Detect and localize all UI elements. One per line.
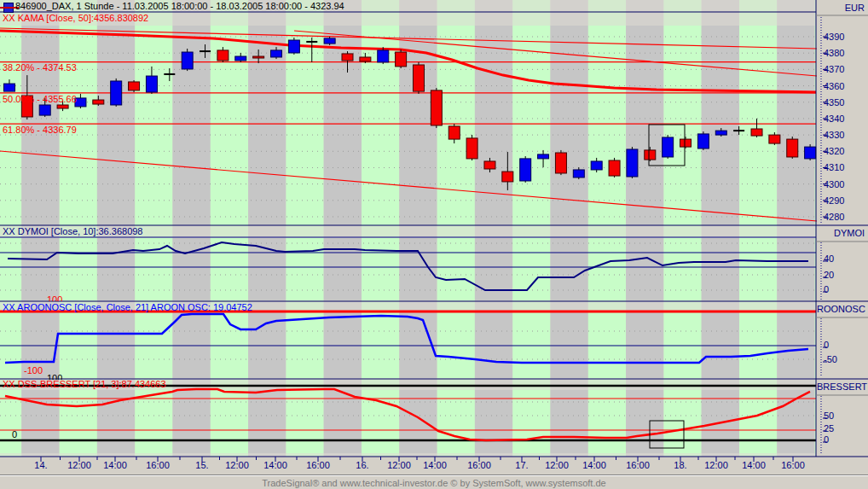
bear-candle [129,82,140,90]
bressert-zero-level-label: 0 [12,429,17,440]
bear-candle [57,105,68,108]
bull-candle [697,134,709,148]
time-tick-label: 12:00 [218,460,256,470]
bull-candle [75,98,86,107]
bull-candle [111,81,122,105]
price-axis-name[interactable]: EUR [817,3,865,13]
bear-candle [484,161,495,169]
time-tick-label: 16. [344,460,381,470]
bear-candle [396,52,407,67]
axis-tick-label: 4360 [824,81,858,92]
bull-candle [627,149,638,177]
panel-header-row [0,453,816,457]
bear-candle [555,153,566,173]
bear-candle [769,135,780,143]
axis-tick-label: 0 [824,284,858,295]
time-tick-label: 14:00 [96,460,134,470]
dymoi-indicator-label[interactable]: XX DYMOI [Close, 10]:36.368098 [3,226,142,236]
axis-tick-label: 50 [824,410,858,422]
axis-tick-label: 4310 [824,162,858,173]
bear-candle [787,139,798,157]
bull-candle [271,50,282,57]
axis-tick-label: 4370 [824,64,858,75]
time-tick-label: 16:00 [460,460,498,470]
axis-tick-label: 4390 [824,32,858,43]
footer-credit-text: TradeSignal® and www.technical-investor.… [0,478,868,488]
axis-tick-label: 0 [824,340,858,351]
time-tick-label: 17. [503,460,541,470]
bull-candle [538,154,549,159]
axis-tick-label: 0 [824,434,858,445]
bressert-indicator-label[interactable]: XX DSS-BRESSERT [21, 3]:87.434663 [3,379,166,389]
bull-candle [235,56,246,61]
bull-candle [715,131,726,135]
chart-canvas[interactable] [0,0,868,489]
chart-title: 846900_DAX, 1 Stunde - 11.03.2005 18:00:… [15,1,344,11]
aroon-upper-level-label: 100 [47,294,62,301]
bear-candle [609,160,620,176]
time-tick-label: 18. [662,460,699,470]
axis-tick-label: 4290 [824,195,858,207]
bull-candle [520,159,531,181]
bull-candle [288,40,299,53]
time-tick-label: 16:00 [139,460,176,470]
tradesignal-chart-window: 846900_DAX, 1 Stunde - 11.03.2005 18:00:… [0,0,868,489]
time-tick-label: 12:00 [61,460,98,470]
bull-candle [591,161,602,170]
aroon-lower-level-label: -100 [24,365,43,375]
bull-candle [663,137,674,157]
axis-tick-label: -50 [824,354,858,365]
bull-candle [378,50,389,62]
time-tick-label: 15. [183,460,221,470]
aroon-indicator-label[interactable]: XX AROONOSC [Close, Close, 21] AROON OSC… [3,302,252,312]
bear-candle [645,150,656,160]
instrument-icon [3,3,14,13]
axis-tick-label: 20 [824,270,858,281]
bear-candle [502,172,513,182]
fib-level-50-label: 50.00% - 4355.66 [3,94,77,104]
fib-level-38-label: 38.20% - 4374.53 [3,62,77,73]
axis-tick-label: 4340 [824,114,858,125]
bull-candle [182,52,193,69]
aroon-axis-name[interactable]: ROONOSC [817,304,865,314]
time-tick-label: 16:00 [299,460,337,470]
time-tick-label: 14:00 [416,460,454,470]
dymoi-axis-name[interactable]: DYMOI [817,228,865,238]
bressert-axis-name[interactable]: BRESSERT [817,381,865,392]
bull-candle [573,170,584,178]
bear-candle [751,129,762,136]
time-tick-label: 12:00 [538,460,576,470]
bear-candle [448,126,460,139]
bull-candle [805,147,816,159]
time-tick-label: 14:00 [576,460,613,470]
bear-candle [360,57,371,61]
axis-tick-label: 4350 [824,97,858,108]
axis-tick-label: 40 [824,253,858,265]
time-tick-label: 16:00 [774,460,812,470]
footer-bar: TradeSignal® and www.technical-investor.… [0,474,868,489]
time-tick-label: 14:00 [735,460,773,470]
time-tick-label: 16:00 [619,460,657,470]
axis-tick-label: 4330 [824,130,858,141]
bear-candle [466,138,477,159]
bear-candle [342,54,353,61]
time-tick-label: 14:00 [257,460,294,470]
bull-candle [324,38,335,44]
bear-candle [253,56,264,58]
bear-candle [680,139,692,147]
bull-candle [39,105,50,115]
bull-candle [3,84,14,91]
time-tick-label: 12:00 [380,460,418,470]
axis-tick-label: 4300 [824,179,858,190]
kama-indicator-label[interactable]: XX KAMA [Close, 50]:4356.830892 [3,13,148,23]
time-tick-label: 14. [22,460,60,470]
fib-level-61-label: 61.80% - 4336.79 [3,125,77,135]
bear-candle [431,90,442,125]
axis-tick-label: 4280 [824,212,858,223]
axis-tick-label: 4380 [824,48,858,59]
time-tick-label: 12:00 [697,460,735,470]
axis-tick-label: 4320 [824,146,858,157]
bear-candle [413,65,424,91]
bull-candle [146,76,157,92]
bear-candle [217,50,229,61]
